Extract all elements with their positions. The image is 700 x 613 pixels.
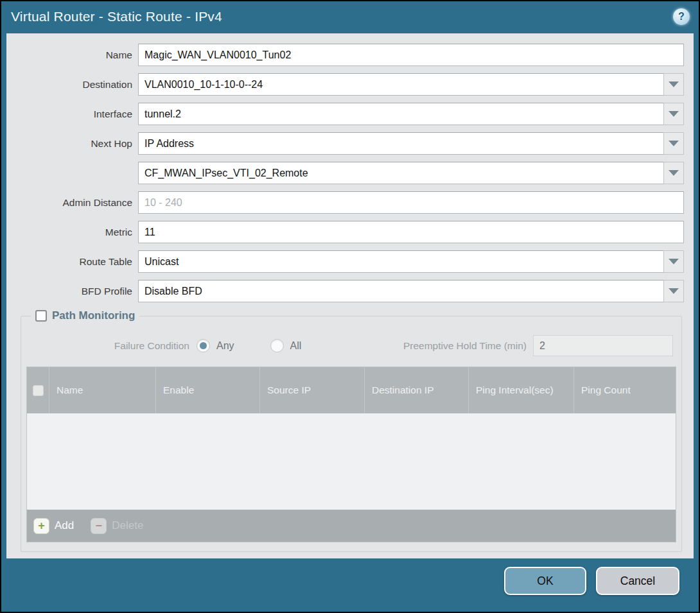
chevron-down-icon [669, 259, 679, 264]
path-monitoring-checkbox[interactable] [35, 310, 47, 322]
preemptive-hold-time-label: Preemptive Hold Time (min) [403, 340, 533, 352]
dialog-footer: OK Cancel [504, 567, 679, 595]
delete-button-label: Delete [112, 519, 143, 532]
interface-label: Interface [12, 108, 138, 120]
cancel-button[interactable]: Cancel [596, 567, 679, 595]
route-table-label: Route Table [12, 256, 138, 268]
destination-row: Destination [6, 73, 694, 96]
bfd-profile-row: BFD Profile [6, 280, 694, 302]
failure-condition-any-radio[interactable] [197, 339, 210, 352]
chevron-down-icon [669, 141, 679, 146]
admin-distance-row: Admin Distance [6, 191, 694, 214]
interface-row: Interface [6, 103, 694, 125]
interface-input[interactable] [138, 103, 663, 125]
table-body-empty [27, 413, 676, 510]
bfd-profile-input[interactable] [138, 280, 663, 302]
next-hop-label: Next Hop [12, 138, 138, 150]
name-input[interactable] [138, 44, 684, 66]
chevron-down-icon [669, 111, 679, 117]
select-all-checkbox[interactable] [33, 385, 44, 396]
path-monitoring-legend: Path Monitoring [31, 309, 139, 322]
failure-condition-all-label: All [290, 340, 302, 352]
chevron-down-icon [669, 170, 679, 176]
dialog-titlebar: Virtual Router - Static Route - IPv4 ? [1, 1, 699, 32]
name-row: Name [6, 44, 694, 66]
metric-label: Metric [12, 227, 138, 238]
column-header-destination-ip[interactable]: Destination IP [364, 367, 468, 413]
help-icon[interactable]: ? [673, 8, 690, 25]
column-header-ping-interval[interactable]: Ping Interval(sec) [468, 367, 573, 413]
radio-selected-dot [200, 342, 207, 349]
dialog-body: Name Destination Interface [6, 33, 694, 558]
next-hop-address-input[interactable] [138, 162, 663, 184]
bfd-profile-dropdown-button[interactable] [663, 280, 684, 302]
plus-icon: + [33, 518, 49, 534]
add-button[interactable]: + Add [33, 518, 74, 534]
next-hop-type-dropdown-button[interactable] [663, 132, 684, 155]
route-table-input[interactable] [138, 250, 663, 273]
destination-label: Destination [12, 79, 138, 91]
path-monitoring-title: Path Monitoring [52, 309, 135, 322]
next-hop-address-row [6, 162, 694, 184]
column-header-name[interactable]: Name [49, 367, 155, 413]
table-toolbar: + Add − Delete [27, 510, 676, 542]
failure-condition-label: Failure Condition [26, 340, 197, 352]
chevron-down-icon [669, 82, 679, 87]
next-hop-type-input[interactable] [138, 132, 663, 155]
header-select-all-cell [27, 367, 49, 413]
destination-input[interactable] [138, 73, 663, 96]
bfd-profile-label: BFD Profile [12, 286, 138, 297]
ok-button[interactable]: OK [504, 567, 586, 595]
dialog-title: Virtual Router - Static Route - IPv4 [11, 9, 222, 24]
preemptive-hold-time-input[interactable] [533, 335, 673, 356]
static-route-dialog: Virtual Router - Static Route - IPv4 ? N… [0, 0, 700, 613]
column-header-ping-count[interactable]: Ping Count [573, 367, 676, 413]
path-monitoring-table: Name Enable Source IP Destination IP Pin… [26, 367, 676, 542]
destination-dropdown-button[interactable] [663, 73, 684, 96]
next-hop-address-dropdown-button[interactable] [663, 162, 684, 184]
minus-icon: − [91, 518, 107, 534]
metric-row: Metric [6, 221, 694, 243]
interface-dropdown-button[interactable] [663, 103, 684, 125]
admin-distance-input[interactable] [138, 191, 684, 214]
path-monitoring-section: Path Monitoring Failure Condition Any Al… [21, 309, 682, 552]
failure-condition-all-radio[interactable] [270, 339, 284, 352]
chevron-down-icon [669, 288, 679, 294]
admin-distance-label: Admin Distance [12, 197, 138, 209]
column-header-source-ip[interactable]: Source IP [259, 367, 364, 413]
table-header-row: Name Enable Source IP Destination IP Pin… [27, 367, 676, 413]
metric-input[interactable] [138, 221, 684, 243]
failure-condition-any-label: Any [216, 340, 234, 352]
delete-button[interactable]: − Delete [91, 518, 143, 534]
route-table-dropdown-button[interactable] [663, 250, 684, 273]
name-label: Name [12, 49, 138, 61]
failure-condition-row: Failure Condition Any All Preemptive Hol… [26, 330, 677, 367]
add-button-label: Add [55, 519, 74, 532]
column-header-enable[interactable]: Enable [155, 367, 259, 413]
route-table-row: Route Table [6, 250, 694, 273]
next-hop-row: Next Hop [6, 132, 694, 155]
